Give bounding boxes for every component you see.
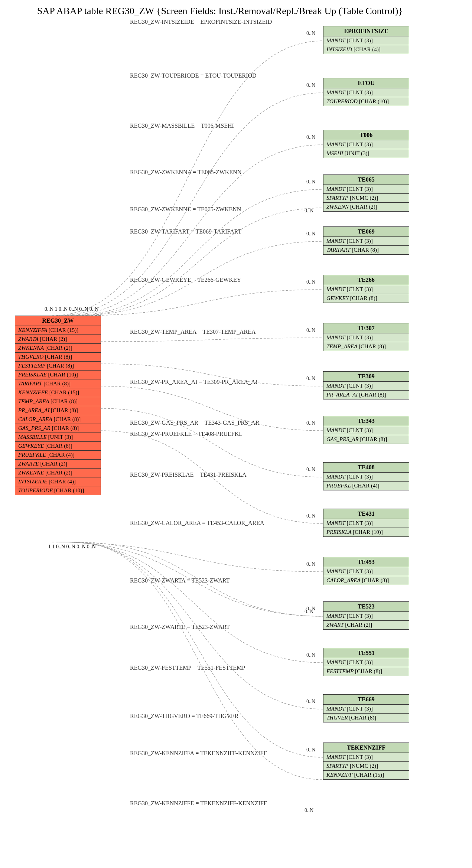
field-thgver: THGVER [CHAR (8)] bbox=[323, 714, 409, 722]
entity-tekennziff: TEKENNZIFFMANDT [CLNT (3)]SPARTYP [NUMC … bbox=[323, 743, 409, 780]
cardinality-label: 0..N bbox=[306, 513, 315, 519]
relation-label: REG30_ZW-GEWKEYE = TE266-GEWKEY bbox=[130, 277, 241, 283]
field-intsizeide: INTSIZEIDE [CHAR (4)] bbox=[15, 477, 101, 486]
entity-te523-header: TE523 bbox=[323, 602, 409, 612]
cardinality-label: 0..N bbox=[306, 747, 315, 753]
field-mandt: MANDT [CLNT (3)] bbox=[323, 185, 409, 194]
entity-te551-header: TE551 bbox=[323, 648, 409, 658]
entity-te343-header: TE343 bbox=[323, 416, 409, 426]
field-preisklae: PREISKLAE [CHAR (10)] bbox=[15, 371, 101, 379]
cardinality-label: 0..N bbox=[305, 807, 313, 813]
entity-te523: TE523MANDT [CLNT (3)]ZWART [CHAR (2)] bbox=[323, 601, 409, 630]
entity-te266-header: TE266 bbox=[323, 275, 409, 285]
field-zwart: ZWART [CHAR (2)] bbox=[323, 621, 409, 629]
cardinality-label: 0..N bbox=[306, 652, 315, 658]
entity-te408: TE408MANDT [CLNT (3)]PRUEFKL [CHAR (4)] bbox=[323, 462, 409, 490]
main-bottom-cardinalities: 1 1 0..N 0..N 0..N 0..N bbox=[48, 544, 96, 550]
cardinality-label: 0..N bbox=[306, 179, 315, 185]
field-mandt: MANDT [CLNT (3)] bbox=[323, 382, 409, 391]
cardinality-label: 0..N bbox=[306, 134, 315, 140]
cardinality-label: 0..N bbox=[306, 231, 315, 237]
relation-label: REG30_ZW-THGVERO = TE669-THGVER bbox=[130, 713, 238, 719]
field-gewkeye: GEWKEYE [CHAR (8)] bbox=[15, 442, 101, 451]
entity-te069-header: TE069 bbox=[323, 227, 409, 237]
entity-etou-header: ETOU bbox=[323, 78, 409, 88]
field-mandt: MANDT [CLNT (3)] bbox=[323, 519, 409, 528]
relation-label: REG30_ZW-TEMP_AREA = TE307-TEMP_AREA bbox=[130, 329, 256, 335]
field-temp_area: TEMP_AREA [CHAR (8)] bbox=[323, 342, 409, 351]
field-intsizeid: INTSIZEID [CHAR (4)] bbox=[323, 45, 409, 54]
relation-label: REG30_ZW-TARIFART = TE069-TARIFART bbox=[130, 228, 241, 235]
entity-te309-header: TE309 bbox=[323, 372, 409, 382]
field-mandt: MANDT [CLNT (3)] bbox=[323, 612, 409, 621]
field-gewkey: GEWKEY [CHAR (8)] bbox=[323, 294, 409, 303]
entity-te453-header: TE453 bbox=[323, 557, 409, 567]
field-zwkenne: ZWKENNE [CHAR (2)] bbox=[15, 469, 101, 477]
field-mandt: MANDT [CLNT (3)] bbox=[323, 36, 409, 45]
cardinality-label: 0..N bbox=[306, 561, 315, 567]
entity-te069: TE069MANDT [CLNT (3)]TARIFART [CHAR (8)] bbox=[323, 226, 409, 255]
field-kennziff: KENNZIFF [CHAR (15)] bbox=[323, 771, 409, 779]
cardinality-label: 0..N bbox=[306, 327, 315, 333]
cardinality-label: 0..N bbox=[306, 82, 315, 88]
relation-label: REG30_ZW-PRUEFKLE = TE408-PRUEFKL bbox=[130, 431, 242, 437]
field-pr_area_ai: PR_AREA_AI [CHAR (8)] bbox=[15, 406, 101, 415]
main-top-cardinalities: 0..N 1 0..N 0..N 0..N 0..N bbox=[45, 306, 98, 312]
relation-label: REG30_ZW-ZWARTA = TE523-ZWART bbox=[130, 577, 230, 584]
field-zwkenn: ZWKENN [CHAR (2)] bbox=[323, 203, 409, 211]
relation-label: REG30_ZW-PREISKLAE = TE431-PREISKLA bbox=[130, 471, 247, 478]
field-mandt: MANDT [CLNT (3)] bbox=[323, 705, 409, 714]
entity-te453: TE453MANDT [CLNT (3)]CALOR_AREA [CHAR (8… bbox=[323, 557, 409, 585]
field-spartyp: SPARTYP [NUMC (2)] bbox=[323, 762, 409, 771]
entity-t006-header: T006 bbox=[323, 130, 409, 140]
entity-tekennziff-header: TEKENNZIFF bbox=[323, 743, 409, 753]
field-msehi: MSEHI [UNIT (3)] bbox=[323, 149, 409, 158]
relation-label: REG30_ZW-ZWKENNA = TE065-ZWKENN bbox=[130, 169, 241, 176]
entity-te065: TE065MANDT [CLNT (3)]SPARTYP [NUMC (2)]Z… bbox=[323, 174, 409, 212]
field-thgvero: THGVERO [CHAR (8)] bbox=[15, 353, 101, 362]
field-massbille: MASSBILLE [UNIT (3)] bbox=[15, 433, 101, 442]
field-mandt: MANDT [CLNT (3)] bbox=[323, 426, 409, 435]
cardinality-label: 0..N bbox=[306, 279, 315, 285]
relation-label: REG30_ZW-ZWARTE = TE523-ZWART bbox=[130, 624, 230, 630]
relation-label: REG30_ZW-FESTTEMP = TE551-FESTTEMP bbox=[130, 665, 245, 671]
field-calor_area: CALOR_AREA [CHAR (8)] bbox=[323, 576, 409, 585]
cardinality-label: 0..N bbox=[306, 420, 315, 426]
relation-label: REG30_ZW-CALOR_AREA = TE453-CALOR_AREA bbox=[130, 520, 264, 526]
cardinality-label: 0..N bbox=[306, 30, 315, 36]
entity-te431: TE431MANDT [CLNT (3)]PREISKLA [CHAR (10)… bbox=[323, 509, 409, 537]
field-gas_prs_ar: GAS_PRS_AR [CHAR (8)] bbox=[323, 435, 409, 444]
field-zwkenna: ZWKENNA [CHAR (2)] bbox=[15, 344, 101, 353]
field-mandt: MANDT [CLNT (3)] bbox=[323, 237, 409, 246]
field-mandt: MANDT [CLNT (3)] bbox=[323, 567, 409, 576]
relation-label: REG30_ZW-INTSIZEIDE = EPROFINTSIZE-INTSI… bbox=[130, 19, 272, 25]
field-pr_area_ai: PR_AREA_AI [CHAR (8)] bbox=[323, 391, 409, 399]
relation-label: REG30_ZW-MASSBILLE = T006-MSEHI bbox=[130, 123, 234, 129]
relation-label: REG30_ZW-PR_AREA_AI = TE309-PR_AREA_AI bbox=[130, 379, 257, 385]
diagram-title: SAP ABAP table REG30_ZW {Screen Fields: … bbox=[37, 6, 403, 17]
field-temp_area: TEMP_AREA [CHAR (8)] bbox=[15, 397, 101, 406]
entity-te065-header: TE065 bbox=[323, 175, 409, 185]
field-mandt: MANDT [CLNT (3)] bbox=[323, 473, 409, 482]
field-festtemp: FESTTEMP [CHAR (8)] bbox=[15, 362, 101, 371]
field-mandt: MANDT [CLNT (3)] bbox=[323, 285, 409, 294]
field-mandt: MANDT [CLNT (3)] bbox=[323, 333, 409, 342]
entity-eprofintsize: EPROFINTSIZEMANDT [CLNT (3)]INTSIZEID [C… bbox=[323, 26, 409, 54]
field-zwarta: ZWARTA [CHAR (2)] bbox=[15, 335, 101, 344]
field-kennziffe: KENNZIFFE [CHAR (15)] bbox=[15, 388, 101, 397]
cardinality-label: 0..N bbox=[306, 699, 315, 705]
field-mandt: MANDT [CLNT (3)] bbox=[323, 88, 409, 97]
field-mandt: MANDT [CLNT (3)] bbox=[323, 753, 409, 762]
entity-reg30-zw-header: REG30_ZW bbox=[15, 316, 101, 326]
field-tarifart: TARIFART [CHAR (8)] bbox=[15, 379, 101, 388]
entity-te551: TE551MANDT [CLNT (3)]FESTTEMP [CHAR (8)] bbox=[323, 648, 409, 676]
entity-eprofintsize-header: EPROFINTSIZE bbox=[323, 26, 409, 36]
relation-label: REG30_ZW-KENNZIFFA = TEKENNZIFF-KENNZIFF bbox=[130, 750, 267, 757]
entity-te343: TE343MANDT [CLNT (3)]GAS_PRS_AR [CHAR (8… bbox=[323, 416, 409, 444]
entity-te309: TE309MANDT [CLNT (3)]PR_AREA_AI [CHAR (8… bbox=[323, 371, 409, 399]
field-spartyp: SPARTYP [NUMC (2)] bbox=[323, 194, 409, 203]
relation-label: REG30_ZW-GAS_PRS_AR = TE343-GAS_PRS_AR bbox=[130, 420, 259, 426]
cardinality-label: 0..N bbox=[305, 208, 313, 214]
field-gas_prs_ar: GAS_PRS_AR [CHAR (8)] bbox=[15, 424, 101, 433]
cardinality-label: 0..N bbox=[306, 376, 315, 382]
